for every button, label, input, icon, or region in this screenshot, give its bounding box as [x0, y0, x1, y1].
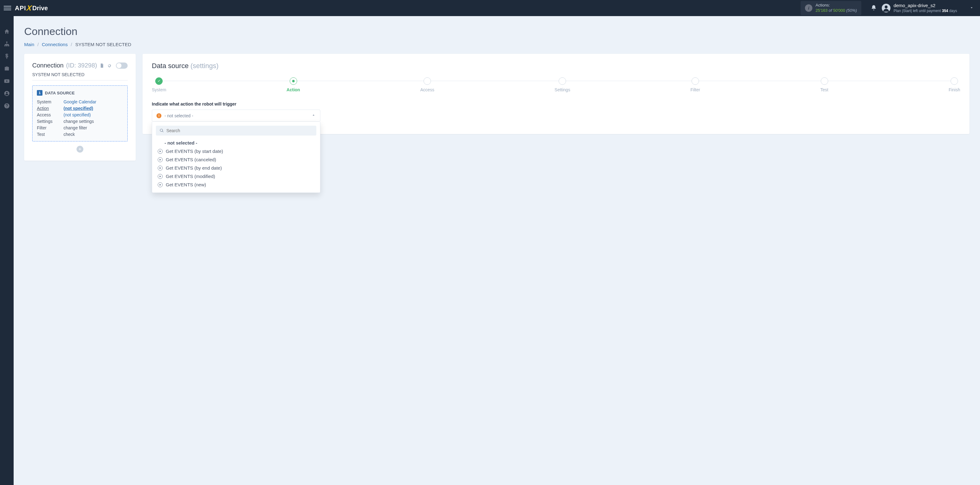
notifications-button[interactable] [871, 5, 877, 12]
data-source-settings-card: Data source (settings) System Action [143, 54, 969, 134]
content: Connection Main / Connections / SYSTEM N… [14, 16, 980, 485]
info-icon: i [805, 4, 812, 12]
check-icon [157, 79, 161, 83]
step-system[interactable]: System [152, 78, 166, 92]
bell-icon [871, 5, 877, 11]
ds-filter-key: Filter [37, 125, 64, 130]
home-icon[interactable] [4, 29, 10, 35]
play-icon [158, 157, 163, 162]
breadcrumb: Main / Connections / SYSTEM NOT SELECTED [24, 42, 969, 47]
actions-pct: (50%) [846, 8, 857, 13]
svg-rect-5 [8, 45, 9, 46]
connection-title: Connection [32, 62, 64, 69]
plan-days: 354 [942, 9, 948, 13]
document-icon[interactable] [99, 63, 104, 68]
username: demo_apix-drive_s2 [894, 3, 957, 9]
actions-counter[interactable]: i Actions: 25'163 of 50'000 (50%) [800, 1, 861, 15]
sitemap-icon[interactable] [4, 41, 10, 47]
actions-count: 25'163 [816, 8, 827, 13]
logo-x-icon: X [26, 4, 32, 13]
data-source-number: 1 [37, 90, 43, 96]
logo[interactable]: APIXDrive [15, 4, 48, 13]
warning-icon: ! [156, 113, 161, 118]
expand-user-menu[interactable] [969, 6, 974, 11]
step-access[interactable]: Access [420, 78, 434, 92]
play-icon [158, 166, 163, 171]
plan-days-word: days [949, 9, 957, 13]
step-settings[interactable]: Settings [555, 78, 570, 92]
user-menu[interactable]: demo_apix-drive_s2 Plan |Start| left unt… [882, 3, 957, 13]
svg-rect-3 [5, 45, 6, 46]
actions-label: Actions: [816, 3, 857, 8]
field-label: Indicate what action the robot will trig… [152, 101, 960, 106]
youtube-icon[interactable] [4, 78, 10, 84]
right-subtitle: (settings) [191, 62, 218, 70]
actions-total: 50'000 [833, 8, 845, 13]
briefcase-icon[interactable] [4, 66, 10, 72]
stepper: System Action Access Settings [152, 78, 960, 92]
search-icon [159, 128, 164, 133]
help-icon[interactable] [4, 103, 10, 109]
connection-card: Connection (ID: 39298) SYSTEM NOT SELECT… [24, 54, 136, 161]
action-select[interactable]: ! - not selected - [152, 109, 320, 122]
page-title: Connection [24, 25, 969, 38]
option-by-start-date[interactable]: Get EVENTS (by start date) [156, 147, 317, 155]
ds-test-key: Test [37, 132, 64, 137]
connection-toggle[interactable] [116, 62, 128, 69]
chevron-down-icon [969, 6, 974, 10]
ds-action-key: Action [37, 106, 64, 111]
option-modified[interactable]: Get EVENTS (modified) [156, 172, 317, 181]
actions-of: of [829, 8, 832, 13]
right-title: Data source [152, 62, 189, 70]
ds-system-value[interactable]: Google Calendar [64, 99, 123, 104]
ds-settings-value[interactable]: change settings [64, 119, 123, 124]
ds-settings-key: Settings [37, 119, 64, 124]
sidebar [0, 16, 14, 485]
ds-access-value[interactable]: (not specified) [64, 113, 123, 117]
add-button[interactable]: + [76, 146, 83, 152]
step-finish[interactable]: Finish [949, 78, 960, 92]
option-not-selected[interactable]: - not selected - [156, 139, 317, 147]
chevron-up-icon [311, 113, 316, 118]
user-circle-icon[interactable] [4, 90, 10, 97]
svg-rect-2 [6, 42, 7, 43]
ds-system-key: System [37, 99, 64, 104]
step-test[interactable]: Test [821, 78, 829, 92]
select-value: - not selected - [164, 113, 308, 118]
breadcrumb-current: SYSTEM NOT SELECTED [75, 42, 131, 47]
svg-rect-4 [6, 45, 7, 46]
play-icon [158, 174, 163, 179]
breadcrumb-connections[interactable]: Connections [42, 42, 68, 47]
step-action[interactable]: Action [286, 78, 300, 92]
step-filter[interactable]: Filter [690, 78, 700, 92]
breadcrumb-main[interactable]: Main [24, 42, 34, 47]
ds-test-value[interactable]: check [64, 132, 123, 137]
action-dropdown: - not selected - Get EVENTS (by start da… [152, 122, 320, 193]
play-icon [158, 149, 163, 154]
option-by-end-date[interactable]: Get EVENTS (by end date) [156, 164, 317, 172]
ds-access-key: Access [37, 113, 64, 117]
connection-id: (ID: 39298) [66, 62, 97, 69]
logo-part1: API [15, 5, 26, 12]
ds-filter-value[interactable]: change filter [64, 125, 123, 130]
svg-point-8 [6, 92, 8, 94]
svg-point-1 [885, 6, 887, 8]
gear-icon[interactable] [107, 63, 112, 68]
data-source-box[interactable]: 1 DATA SOURCE System Google Calendar Act… [32, 86, 128, 141]
logo-part3: Drive [32, 5, 48, 12]
topbar: APIXDrive i Actions: 25'163 of 50'000 (5… [0, 0, 980, 16]
menu-button[interactable] [4, 4, 11, 12]
option-new[interactable]: Get EVENTS (new) [156, 181, 317, 189]
option-canceled[interactable]: Get EVENTS (canceled) [156, 155, 317, 164]
plan-prefix: Plan |Start| left until payment [894, 9, 941, 13]
search-input[interactable] [166, 128, 313, 133]
search-box[interactable] [156, 126, 317, 136]
data-source-title: DATA SOURCE [45, 91, 75, 95]
ds-action-value[interactable]: (not specified) [64, 106, 123, 111]
dollar-icon[interactable] [4, 53, 10, 59]
play-icon [158, 182, 163, 187]
user-icon [882, 4, 891, 13]
connection-subtitle: SYSTEM NOT SELECTED [32, 72, 128, 81]
